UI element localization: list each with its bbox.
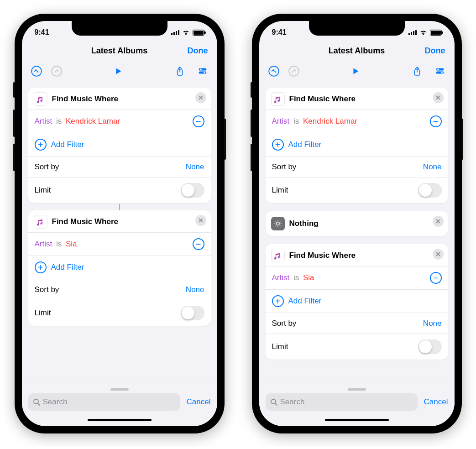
notch xyxy=(309,21,405,36)
redo-button[interactable] xyxy=(288,65,300,78)
filter-value[interactable]: Sia xyxy=(66,240,77,248)
settings-button[interactable] xyxy=(434,65,446,78)
limit-switch[interactable] xyxy=(181,183,204,198)
cancel-button[interactable]: Cancel xyxy=(424,397,448,407)
music-app-icon xyxy=(271,249,285,262)
sort-by-value[interactable]: None xyxy=(186,162,204,172)
filter-row[interactable]: Artist is Sia − xyxy=(28,232,211,256)
add-filter-row[interactable]: + Add Filter xyxy=(266,289,448,313)
play-button[interactable] xyxy=(112,65,125,78)
nav-bar: Latest Albums Done xyxy=(259,41,455,61)
phone-right: 9:41 Latest Albums Done xyxy=(252,14,462,433)
filter-op[interactable]: is xyxy=(56,240,62,248)
sheet-grabber[interactable] xyxy=(110,388,129,391)
filter-field[interactable]: Artist xyxy=(35,240,52,248)
actions-list[interactable]: Find Music Where ✕ Artist is Kendrick La… xyxy=(22,81,217,383)
filter-field[interactable]: Artist xyxy=(35,117,52,125)
page-title: Latest Albums xyxy=(91,46,147,56)
music-app-icon xyxy=(34,92,47,106)
limit-label: Limit xyxy=(35,186,51,195)
sort-by-row[interactable]: Sort by None xyxy=(28,156,211,177)
card-title: Find Music Where xyxy=(289,94,356,104)
connector-line xyxy=(28,204,211,210)
remove-filter-button[interactable]: − xyxy=(193,115,204,127)
action-card-find-music-1[interactable]: Find Music Where ✕ Artist is Kendrick La… xyxy=(28,88,211,203)
settings-button[interactable] xyxy=(196,65,209,78)
sort-by-row[interactable]: Sort by None xyxy=(28,279,211,300)
sort-by-value[interactable]: None xyxy=(423,162,442,172)
undo-button[interactable] xyxy=(30,65,43,78)
notch xyxy=(72,21,167,36)
remove-filter-button[interactable]: − xyxy=(193,238,204,250)
share-button[interactable] xyxy=(411,65,424,78)
filter-value[interactable]: Kendrick Lamar xyxy=(66,117,120,125)
sort-by-row[interactable]: Sort by None xyxy=(266,156,448,177)
phone-left: 9:41 Latest Albums Done xyxy=(15,14,225,433)
play-button[interactable] xyxy=(349,65,362,78)
search-input[interactable]: Search xyxy=(266,393,418,411)
sheet-grabber[interactable] xyxy=(348,388,366,391)
done-button[interactable]: Done xyxy=(425,46,445,56)
limit-row: Limit xyxy=(266,177,448,203)
add-filter-row[interactable]: + Add Filter xyxy=(28,256,211,279)
actions-list[interactable]: Find Music Where ✕ Artist is Kendrick La… xyxy=(259,81,455,383)
nav-bar: Latest Albums Done xyxy=(22,41,217,61)
limit-row: Limit xyxy=(28,300,211,326)
filter-value[interactable]: Kendrick Lamar xyxy=(303,117,357,125)
remove-card-button[interactable]: ✕ xyxy=(195,215,206,226)
cellular-icon xyxy=(171,30,179,35)
filter-row[interactable]: Artist is Kendrick Lamar − xyxy=(28,110,211,133)
filter-value[interactable]: Sia xyxy=(303,273,314,282)
action-card-find-music-2[interactable]: Find Music Where ✕ Artist is Sia − + Add… xyxy=(28,210,211,326)
cellular-icon xyxy=(408,30,417,35)
limit-switch[interactable] xyxy=(181,306,204,320)
action-card-nothing[interactable]: Nothing ✕ xyxy=(266,211,448,236)
filter-row[interactable]: Artist is Kendrick Lamar − xyxy=(266,110,448,133)
action-card-find-music-2[interactable]: Find Music Where ✕ Artist is Sia − + Add… xyxy=(266,244,448,360)
remove-filter-button[interactable]: − xyxy=(430,272,442,284)
done-button[interactable]: Done xyxy=(188,46,208,56)
sort-by-label: Sort by xyxy=(35,162,59,172)
add-filter-row[interactable]: + Add Filter xyxy=(266,133,448,156)
filter-op[interactable]: is xyxy=(56,117,62,125)
gear-icon xyxy=(271,217,285,230)
limit-switch[interactable] xyxy=(418,339,442,354)
filter-field[interactable]: Artist xyxy=(272,273,290,282)
remove-card-button[interactable]: ✕ xyxy=(433,216,444,227)
filter-op[interactable]: is xyxy=(293,117,299,125)
plus-icon: + xyxy=(35,139,47,151)
share-button[interactable] xyxy=(173,65,186,78)
remove-card-button[interactable]: ✕ xyxy=(195,92,206,103)
action-card-find-music-1[interactable]: Find Music Where ✕ Artist is Kendrick La… xyxy=(266,88,448,203)
music-app-icon xyxy=(271,92,285,106)
limit-row: Limit xyxy=(266,334,448,360)
remove-filter-button[interactable]: − xyxy=(430,115,442,127)
plus-icon: + xyxy=(35,261,47,273)
remove-card-button[interactable]: ✕ xyxy=(433,92,444,103)
undo-button[interactable] xyxy=(267,65,280,78)
card-title: Find Music Where xyxy=(52,94,118,104)
filter-field[interactable]: Artist xyxy=(272,117,290,125)
home-indicator[interactable] xyxy=(259,415,455,426)
search-icon xyxy=(270,398,277,406)
redo-button[interactable] xyxy=(50,65,63,78)
sort-by-label: Sort by xyxy=(272,162,297,172)
search-input[interactable]: Search xyxy=(28,393,180,411)
filter-op[interactable]: is xyxy=(293,273,299,282)
add-filter-row[interactable]: + Add Filter xyxy=(28,133,211,156)
filter-row[interactable]: Artist is Sia − xyxy=(266,266,448,289)
sort-by-value[interactable]: None xyxy=(423,319,442,328)
wifi-icon xyxy=(419,30,427,36)
limit-label: Limit xyxy=(272,186,288,195)
home-indicator[interactable] xyxy=(22,415,217,426)
cancel-button[interactable]: Cancel xyxy=(187,397,211,407)
sort-by-row[interactable]: Sort by None xyxy=(266,313,448,334)
sort-by-value[interactable]: None xyxy=(186,285,204,294)
remove-card-button[interactable]: ✕ xyxy=(433,249,444,260)
limit-switch[interactable] xyxy=(418,183,442,198)
add-filter-label: Add Filter xyxy=(288,140,322,149)
plus-icon: + xyxy=(272,139,284,151)
toolbar xyxy=(22,61,217,81)
add-filter-label: Add Filter xyxy=(51,263,84,272)
sort-by-label: Sort by xyxy=(35,285,59,294)
